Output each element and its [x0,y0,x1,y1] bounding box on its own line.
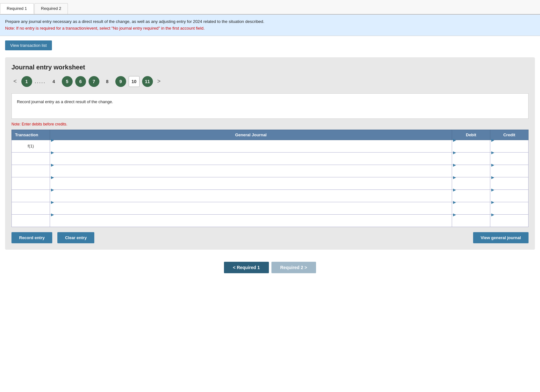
journal-input[interactable] [50,180,452,192]
credit-input[interactable] [490,192,528,204]
description-box: Record journal entry as a direct result … [11,93,529,119]
transaction-btn-area: View transaction list [0,36,540,55]
banner-note-text: Note: If no entry is required for a tran… [5,26,205,31]
journal-table: Transaction General Journal Debit Credit… [11,130,529,227]
credit-input[interactable] [490,217,528,229]
nav-next-button[interactable]: Required 2 > [271,262,316,273]
view-transaction-button[interactable]: View transaction list [5,40,52,50]
journal-input[interactable] [50,217,452,229]
col-header-transaction: Transaction [12,130,50,140]
journal-input[interactable] [50,192,452,204]
journal-cell[interactable]: ▶ [50,140,452,152]
pagination: < 1 ..... 4 5 6 7 8 9 10 11 > [11,76,529,87]
tabs-bar: Required 1 Required 2 [0,0,540,15]
worksheet-container: Journal entry worksheet < 1 ..... 4 5 6 … [5,57,535,250]
nav-prev-button[interactable]: < Required 1 [224,262,269,273]
tab-required1[interactable]: Required 1 [0,3,34,14]
view-general-journal-button[interactable]: View general journal [473,232,529,243]
next-arrow[interactable]: > [155,77,163,85]
prev-arrow[interactable]: < [11,77,19,85]
debit-cell[interactable]: ▶ [452,140,490,152]
record-entry-button[interactable]: Record entry [11,232,52,243]
debit-input[interactable] [452,155,490,167]
page-dots: ..... [35,78,46,85]
note-debits: Note: Enter debits before credits. [11,122,529,126]
clear-entry-button[interactable]: Clear entry [57,232,94,243]
debit-input[interactable] [452,142,490,154]
credit-input[interactable] [490,204,528,217]
col-header-credit: Credit [490,130,529,140]
table-row: f(1)▶▶▶ [12,140,529,152]
transaction-cell [12,152,50,165]
page-5[interactable]: 5 [62,76,73,87]
page-9[interactable]: 9 [115,76,126,87]
transaction-cell [12,177,50,189]
journal-input[interactable] [50,142,452,154]
transaction-cell [12,214,50,227]
debit-input[interactable] [452,180,490,192]
page-1[interactable]: 1 [21,76,32,87]
journal-input[interactable] [50,167,452,179]
page-wrapper: Required 1 Required 2 Prepare any journa… [0,0,540,392]
credit-cell[interactable]: ▶ [490,140,529,152]
page-4[interactable]: 4 [48,76,59,87]
credit-input[interactable] [490,180,528,192]
debit-input[interactable] [452,217,490,229]
description-text: Record journal entry as a direct result … [17,99,113,104]
transaction-cell [12,189,50,202]
page-7[interactable]: 7 [89,76,99,87]
journal-input[interactable] [50,204,452,217]
bottom-nav: < Required 1 Required 2 > [0,252,540,283]
banner-main-text: Prepare any journal entry necessary as a… [5,19,264,24]
page-8[interactable]: 8 [102,76,113,87]
col-header-debit: Debit [452,130,490,140]
page-10[interactable]: 10 [129,76,140,87]
credit-input[interactable] [490,142,528,154]
worksheet-title: Journal entry worksheet [11,64,529,71]
tab-required2[interactable]: Required 2 [34,3,68,14]
transaction-cell [12,202,50,214]
col-header-journal: General Journal [50,130,452,140]
page-11[interactable]: 11 [142,76,153,87]
debit-input[interactable] [452,192,490,204]
credit-input[interactable] [490,167,528,179]
action-buttons: Record entry Clear entry View general jo… [11,232,529,243]
page-6[interactable]: 6 [75,76,86,87]
info-banner: Prepare any journal entry necessary as a… [0,15,540,36]
journal-input[interactable] [50,155,452,167]
transaction-cell [12,165,50,177]
credit-input[interactable] [490,155,528,167]
debit-input[interactable] [452,204,490,217]
transaction-cell: f(1) [12,140,50,152]
debit-input[interactable] [452,167,490,179]
